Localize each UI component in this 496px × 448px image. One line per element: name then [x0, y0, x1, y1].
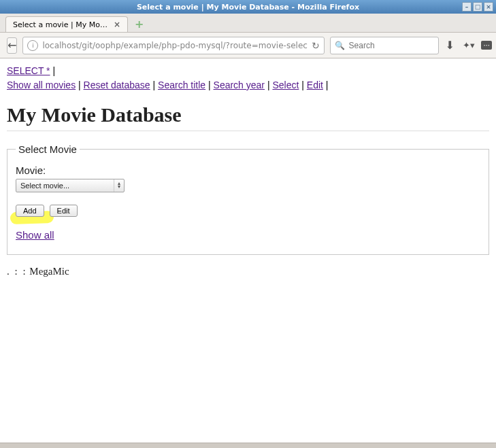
search-icon: 🔍 [335, 41, 345, 50]
site-identity-icon[interactable]: i [27, 40, 38, 51]
separator: | [326, 80, 329, 90]
button-row: Add Edit [16, 205, 480, 217]
browser-tab[interactable]: Select a movie | My Movie D... × [5, 16, 128, 32]
reader-icon[interactable]: ⋯ [481, 41, 492, 50]
edit-button[interactable]: Edit [50, 205, 78, 217]
link-search-title[interactable]: Search title [158, 80, 205, 90]
show-all-link[interactable]: Show all [16, 229, 54, 241]
tab-label: Select a movie | My Movie D... [13, 20, 110, 29]
pocket-icon[interactable]: ✦▾ [461, 40, 476, 50]
nav-links: SELECT * | Show all movies | Reset datab… [7, 64, 489, 92]
footer-text: MegaMic [29, 266, 69, 277]
downloads-icon[interactable]: ⬇ [444, 39, 456, 52]
link-select[interactable]: Select [272, 80, 299, 90]
dropdown-value: Select movie... [20, 182, 69, 190]
reload-icon[interactable]: ↻ [312, 40, 320, 51]
dropdown-arrow-icon: ▴▾ [114, 179, 124, 192]
window-controls: – □ × [462, 2, 493, 12]
maximize-button[interactable]: □ [473, 2, 482, 12]
separator: | [78, 80, 81, 90]
page-footer: . : : MegaMic [7, 266, 489, 277]
page-content: SELECT * | Show all movies | Reset datab… [0, 58, 496, 283]
link-search-year[interactable]: Search year [214, 80, 265, 90]
browser-tabbar: Select a movie | My Movie D... × + [0, 14, 496, 33]
link-select-star[interactable]: SELECT * [7, 65, 50, 76]
minimize-button[interactable]: – [462, 2, 472, 12]
link-reset-database[interactable]: Reset database [84, 80, 150, 90]
movie-label: Movie: [16, 165, 480, 176]
movie-dropdown[interactable]: Select movie... ▴▾ [16, 179, 125, 192]
separator: | [208, 80, 211, 90]
url-bar[interactable]: i localhost/git/oophp/example/php-pdo-my… [22, 37, 324, 54]
add-button[interactable]: Add [16, 205, 44, 217]
new-tab-button[interactable]: + [131, 18, 148, 32]
window-bottom-edge [0, 443, 496, 448]
search-input[interactable] [349, 41, 451, 50]
select-movie-fieldset: Select Movie Movie: Select movie... ▴▾ A… [7, 143, 489, 255]
close-window-button[interactable]: × [484, 2, 493, 12]
back-button[interactable]: ← [7, 37, 17, 54]
page-title: My Movie Database [7, 103, 489, 126]
url-text: localhost/git/oophp/example/php-pdo-mysq… [42, 41, 307, 50]
divider [7, 131, 489, 131]
separator: | [52, 65, 55, 76]
link-show-all-movies[interactable]: Show all movies [7, 80, 76, 90]
close-tab-icon[interactable]: × [114, 20, 120, 29]
window-title: Select a movie | My Movie Database - Moz… [137, 3, 359, 12]
separator: | [153, 80, 156, 90]
footer-dots: . : : [7, 266, 27, 277]
browser-navbar: ← i localhost/git/oophp/example/php-pdo-… [0, 33, 496, 58]
separator: | [267, 80, 270, 90]
browser-search-bar[interactable]: 🔍 [330, 37, 439, 54]
window-titlebar: Select a movie | My Movie Database - Moz… [0, 0, 496, 14]
link-edit[interactable]: Edit [307, 80, 323, 90]
fieldset-legend: Select Movie [16, 143, 80, 155]
separator: | [301, 80, 304, 90]
